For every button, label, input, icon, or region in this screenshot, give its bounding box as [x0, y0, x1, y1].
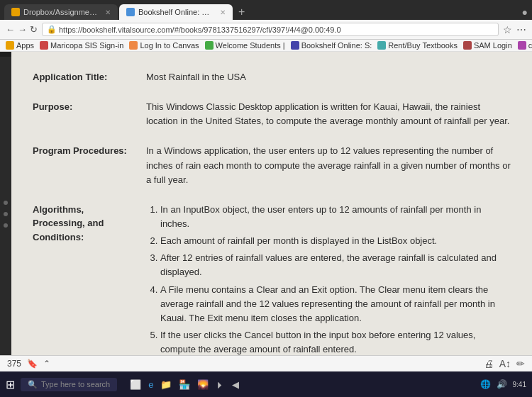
row-program-procedures: Program Procedures: In a Windows applica… [33, 140, 511, 191]
spacer-3 [33, 191, 511, 198]
bookmark-apps[interactable]: Apps [6, 41, 34, 50]
bookmark-welcome-label: Welcome Students | [216, 41, 285, 50]
label-program-procedures: Program Procedures: [33, 140, 146, 191]
document-table: Application Title: Most Rainfall in the … [33, 66, 511, 367]
photos-icon[interactable]: 🌄 [197, 379, 209, 390]
sam-icon [463, 41, 472, 50]
browser-action-icons: ☆ ⋯ [503, 24, 526, 35]
minimize-icon: ● [522, 6, 528, 18]
tab-bookshelf-icon [126, 8, 135, 16]
rent-icon [377, 41, 386, 50]
taskbar-search-box[interactable]: 🔍 Type here to search [21, 378, 117, 391]
refresh-button[interactable]: ↻ [30, 24, 38, 35]
lock-icon: 🔒 [47, 25, 57, 34]
content-algorithms: In an InputBox object, the user enters u… [146, 198, 511, 367]
tab-bar: Dropbox/Assignment-CB ✕ Bookshelf Online… [0, 0, 532, 20]
bookmark-bookshelf-label: Bookshelf Online: S: [301, 41, 372, 50]
bookmark-maricopa-label: Maricopa SIS Sign-in [50, 41, 123, 50]
spacer-2 [33, 133, 511, 140]
new-tab-button[interactable]: + [234, 6, 249, 18]
address-bar: ← → ↻ 🔒 https://bookshelf.vitalsource.co… [0, 20, 532, 40]
print-icon[interactable]: 🖨 [484, 358, 494, 369]
maricopa-icon [40, 41, 48, 50]
bookmark-cengage[interactable]: cengageportal.force [518, 41, 532, 50]
sidebar-dot-3 [4, 223, 8, 228]
browser-chrome: Dropbox/Assignment-CB ✕ Bookshelf Online… [0, 0, 532, 52]
file-explorer-icon[interactable]: 📁 [160, 379, 172, 390]
forward-button[interactable]: → [18, 24, 27, 35]
row-purpose: Purpose: This Windows Classic Desktop ap… [33, 96, 511, 133]
bookmark-maricopa[interactable]: Maricopa SIS Sign-in [40, 41, 123, 50]
algorithms-list: In an InputBox object, the user enters u… [146, 203, 511, 367]
network-icon[interactable]: 🌐 [480, 379, 491, 389]
font-size-icon[interactable]: A↕ [499, 358, 511, 369]
tab-bookshelf-label: Bookshelf Online: Micros [138, 8, 214, 16]
bookmark-cengage-label: cengageportal.force [528, 41, 532, 50]
taskbar-app-icons: ⬜ e 📁 🏪 🌄 ⏵ ◀ [123, 379, 246, 390]
label-application-title: Application Title: [33, 66, 146, 89]
address-field[interactable]: 🔒 https://bookshelf.vitalsource.com/#/bo… [42, 23, 499, 36]
back-arrow-icon[interactable]: ◀ [232, 379, 239, 390]
bookmark-rent[interactable]: Rent/Buy Textbooks [377, 41, 458, 50]
sidebar-dot-2 [4, 212, 8, 216]
content-wrapper: Application Title: Most Rainfall in the … [11, 52, 532, 367]
menu-icon[interactable]: ⋯ [516, 24, 526, 35]
row-application-title: Application Title: Most Rainfall in the … [33, 66, 511, 89]
expand-icon[interactable]: ⌃ [43, 359, 50, 369]
main-content: Application Title: Most Rainfall in the … [11, 52, 532, 367]
algorithm-item-3: After 12 entries of rainfall values are … [160, 251, 511, 279]
star-icon[interactable]: ☆ [503, 24, 512, 35]
task-view-icon[interactable]: ⬜ [130, 379, 141, 390]
tab-bookshelf-close[interactable]: ✕ [220, 9, 226, 16]
tab-dropbox[interactable]: Dropbox/Assignment-CB ✕ [4, 4, 118, 20]
store-icon[interactable]: 🏪 [179, 379, 190, 390]
bookmark-page-icon[interactable]: 🔖 [27, 359, 38, 369]
bottom-action-icons: 🖨 A↕ ✏ [484, 358, 525, 369]
algorithm-item-5: If the user clicks the Cancel button in … [160, 328, 511, 357]
content-program-procedures: In a Windows application, the user enter… [146, 140, 511, 191]
media-player-icon[interactable]: ⏵ [216, 379, 225, 390]
tab-bookshelf[interactable]: Bookshelf Online: Micros ✕ [119, 4, 233, 20]
tab-dropbox-icon [11, 8, 20, 16]
bookmark-bookshelf[interactable]: Bookshelf Online: S: [291, 41, 372, 50]
cengage-icon [518, 41, 526, 50]
canvas-icon [129, 41, 138, 50]
label-algorithms: Algorithms,Processing, andConditions: [33, 198, 146, 367]
algorithm-item-4: A File menu contains a Clear and an Exit… [160, 283, 511, 325]
time-display: 9:41 [513, 381, 526, 388]
bookmark-canvas[interactable]: Log In to Canvas [129, 41, 199, 50]
content-purpose: This Windows Classic Desktop application… [146, 96, 511, 133]
bookmark-sam[interactable]: SAM Login [463, 41, 512, 50]
apps-icon [6, 41, 14, 50]
edge-icon[interactable]: e [148, 379, 153, 390]
bookmark-welcome[interactable]: Welcome Students | [205, 41, 285, 50]
left-sidebar [0, 57, 11, 371]
windows-icon[interactable]: ⊞ [6, 378, 15, 391]
bookshelf-icon [291, 41, 299, 50]
algorithm-item-2: Each amount of rainfall per month is dis… [160, 234, 511, 248]
nav-buttons: ← → ↻ [6, 24, 38, 35]
back-button[interactable]: ← [6, 24, 15, 35]
row-algorithms: Algorithms,Processing, andConditions: In… [33, 198, 511, 367]
bookmark-sam-label: SAM Login [474, 41, 512, 50]
algorithm-item-1: In an InputBox object, the user enters u… [160, 203, 511, 231]
taskbar-system-icons: 🌐 🔊 9:41 [480, 379, 526, 389]
spacer-1 [33, 89, 511, 96]
url-text: https://bookshelf.vitalsource.com/#/book… [59, 26, 341, 34]
bookmark-rent-label: Rent/Buy Textbooks [388, 41, 458, 50]
taskbar: ⊞ 🔍 Type here to search ⬜ e 📁 🏪 🌄 ⏵ ◀ 🌐 … [0, 371, 532, 397]
tab-dropbox-label: Dropbox/Assignment-CB [23, 8, 99, 16]
label-purpose: Purpose: [33, 96, 146, 133]
bottom-bar: 375 🔖 ⌃ 🖨 A↕ ✏ [0, 355, 532, 371]
volume-icon[interactable]: 🔊 [497, 379, 507, 389]
bookmark-apps-label: Apps [16, 41, 34, 50]
welcome-icon [205, 41, 214, 50]
tab-dropbox-close[interactable]: ✕ [105, 9, 111, 16]
bookmark-canvas-label: Log In to Canvas [140, 41, 199, 50]
pencil-icon[interactable]: ✏ [516, 358, 525, 369]
search-icon: 🔍 [28, 380, 38, 389]
content-application-title: Most Rainfall in the USA [146, 66, 511, 89]
sidebar-dot-1 [4, 201, 8, 205]
bookmarks-bar: Apps Maricopa SIS Sign-in Log In to Canv… [0, 40, 532, 52]
taskbar-search-placeholder: Type here to search [41, 380, 110, 388]
